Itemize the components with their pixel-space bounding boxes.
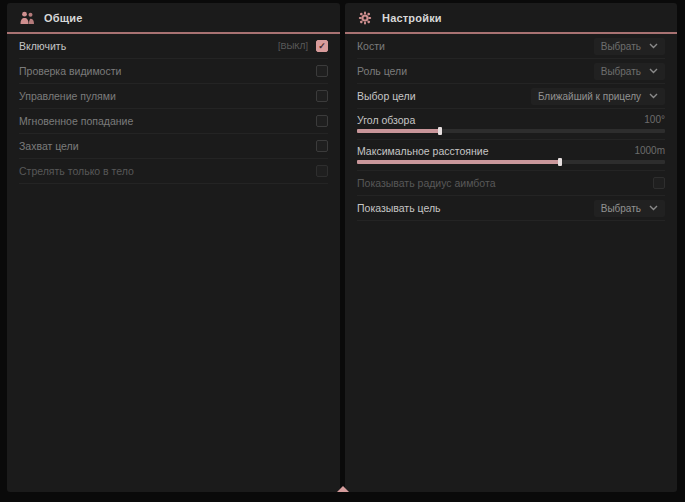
show-target-dropdown[interactable]: Выбрать [594,200,665,217]
row-body-only-label: Стрелять только в тело [19,165,134,177]
general-panel-title: Общие [44,12,83,24]
keybind-hint: [ВЫКЛ] [278,41,308,51]
chevron-down-icon [649,68,658,74]
row-body-only: Стрелять только в тело [19,159,328,184]
row-fov-label: Угол обзора [357,114,415,126]
settings-panel: Настройки Кости Выбрать Роль цели Выбрат… [345,3,677,492]
row-enable: Включить [ВЫКЛ] ✓ [19,34,328,59]
fov-slider-fill [357,129,440,133]
row-max-distance: Максимальное расстояние 1000m [357,140,665,171]
bones-dropdown[interactable]: Выбрать [594,38,665,55]
max-distance-value: 1000m [634,145,665,156]
scroll-up-indicator[interactable] [337,486,349,492]
settings-panel-title: Настройки [382,12,442,24]
row-max-distance-label: Максимальное расстояние [357,145,488,157]
row-target-lock: Захват цели [19,134,328,159]
row-show-aimbot-radius: Показывать радиус аимбота [357,171,665,196]
row-bullet-control: Управление пулями [19,84,328,109]
target-lock-checkbox[interactable] [316,140,328,152]
enable-checkbox[interactable]: ✓ [316,40,328,52]
show-aimbot-radius-checkbox[interactable] [653,177,665,189]
check-icon: ✓ [318,42,326,51]
settings-rows: Кости Выбрать Роль цели Выбрать Выбор це… [345,34,677,221]
row-enable-label: Включить [19,40,66,52]
target-role-dropdown-value: Выбрать [601,66,641,77]
fov-slider-handle[interactable] [438,127,442,135]
row-target-role: Роль цели Выбрать [357,59,665,84]
settings-panel-header: Настройки [345,3,677,32]
chevron-down-icon [649,43,658,49]
row-show-target-label: Показывать цель [357,202,441,214]
row-fov: Угол обзора 100° [357,109,665,140]
gear-icon [357,11,373,25]
fov-slider[interactable] [357,129,665,133]
target-role-dropdown[interactable]: Выбрать [594,63,665,80]
row-bones-label: Кости [357,40,385,52]
users-icon [19,11,35,25]
general-panel: Общие Включить [ВЫКЛ] ✓ Проверка видимос… [7,3,340,492]
row-visibility-check: Проверка видимости [19,59,328,84]
max-distance-slider[interactable] [357,160,665,164]
row-show-target: Показывать цель Выбрать [357,196,665,221]
row-visibility-check-label: Проверка видимости [19,65,121,77]
max-distance-slider-handle[interactable] [558,158,562,166]
chevron-down-icon [649,205,658,211]
bones-dropdown-value: Выбрать [601,41,641,52]
body-only-checkbox[interactable] [316,165,328,177]
general-panel-header: Общие [7,3,340,32]
row-target-selection: Выбор цели Ближайший к прицелу [357,84,665,109]
fov-value: 100° [644,114,665,125]
row-target-selection-label: Выбор цели [357,90,416,102]
chevron-down-icon [649,93,658,99]
show-target-dropdown-value: Выбрать [601,203,641,214]
visibility-check-checkbox[interactable] [316,65,328,77]
target-selection-dropdown[interactable]: Ближайший к прицелу [531,88,665,105]
row-target-role-label: Роль цели [357,65,407,77]
row-bullet-control-label: Управление пулями [19,90,116,102]
instant-hit-checkbox[interactable] [316,115,328,127]
row-instant-hit: Мгновенное попадание [19,109,328,134]
general-rows: Включить [ВЫКЛ] ✓ Проверка видимости Упр… [7,34,340,184]
target-selection-dropdown-value: Ближайший к прицелу [538,91,641,102]
row-target-lock-label: Захват цели [19,140,79,152]
row-instant-hit-label: Мгновенное попадание [19,115,133,127]
bullet-control-checkbox[interactable] [316,90,328,102]
row-bones: Кости Выбрать [357,34,665,59]
row-show-aimbot-radius-label: Показывать радиус аимбота [357,177,496,189]
max-distance-slider-fill [357,160,560,164]
